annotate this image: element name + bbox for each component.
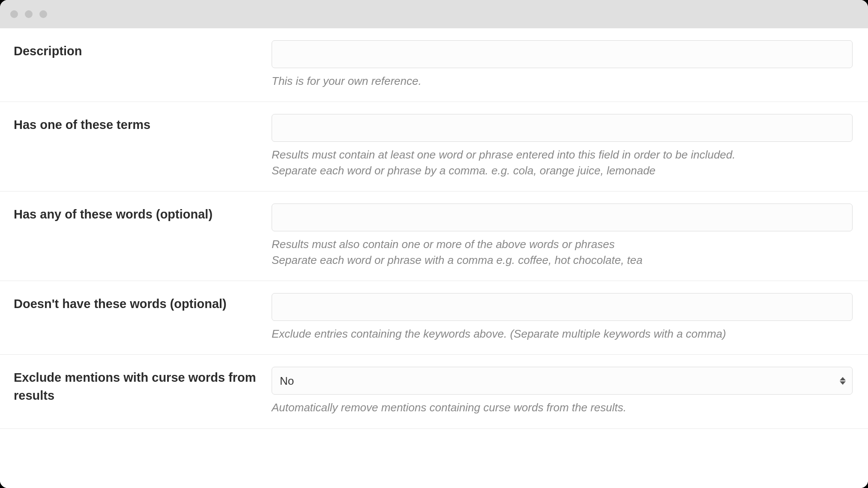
field-col-doesnt-have: Exclude entries containing the keywords …: [272, 293, 854, 341]
label-exclude-curse: Exclude mentions with curse words from r…: [14, 368, 258, 404]
label-col-doesnt-have: Doesn't have these words (optional): [14, 293, 258, 341]
row-exclude-curse: Exclude mentions with curse words from r…: [0, 355, 868, 428]
window-minimize-dot[interactable]: [25, 10, 33, 18]
help-description: This is for your own reference.: [272, 72, 853, 89]
help-has-any-line1: Results must also contain one or more of…: [272, 237, 853, 252]
label-doesnt-have: Doesn't have these words (optional): [14, 295, 258, 313]
help-has-any-line2: Separate each word or phrase with a comm…: [272, 252, 853, 268]
window-maximize-dot[interactable]: [39, 10, 47, 18]
row-doesnt-have: Doesn't have these words (optional) Excl…: [0, 281, 868, 355]
label-description: Description: [14, 42, 258, 60]
app-window: Description This is for your own referen…: [0, 0, 868, 488]
label-col-has-any: Has any of these words (optional): [14, 204, 258, 268]
has-any-input[interactable]: [272, 204, 853, 231]
form-scroll-area[interactable]: Description This is for your own referen…: [0, 28, 868, 488]
description-input[interactable]: [272, 40, 853, 68]
help-has-terms-line1: Results must contain at least one word o…: [272, 147, 853, 162]
doesnt-have-input[interactable]: [272, 293, 853, 321]
field-col-has-terms: Results must contain at least one word o…: [272, 114, 854, 178]
label-col-description: Description: [14, 40, 258, 89]
label-has-any: Has any of these words (optional): [14, 205, 258, 223]
field-col-description: This is for your own reference.: [272, 40, 854, 89]
field-col-has-any: Results must also contain one or more of…: [272, 204, 854, 268]
help-has-any: Results must also contain one or more of…: [272, 236, 853, 268]
row-has-terms: Has one of these terms Results must cont…: [0, 102, 868, 192]
label-col-has-terms: Has one of these terms: [14, 114, 258, 178]
exclude-curse-select-wrap: No: [272, 367, 853, 395]
has-terms-input[interactable]: [272, 114, 853, 142]
exclude-curse-select[interactable]: No: [272, 367, 853, 395]
row-description: Description This is for your own referen…: [0, 28, 868, 102]
scroll-spacer: [0, 429, 868, 488]
field-col-exclude-curse: No Automatically remove mentions contain…: [272, 367, 854, 415]
row-has-any: Has any of these words (optional) Result…: [0, 192, 868, 281]
label-has-terms: Has one of these terms: [14, 116, 258, 134]
help-doesnt-have: Exclude entries containing the keywords …: [272, 325, 853, 341]
help-has-terms-line2: Separate each word or phrase by a comma.…: [272, 163, 853, 178]
window-titlebar: [0, 0, 868, 28]
help-exclude-curse: Automatically remove mentions containing…: [272, 399, 853, 415]
help-has-terms: Results must contain at least one word o…: [272, 146, 853, 178]
label-col-exclude-curse: Exclude mentions with curse words from r…: [14, 367, 258, 415]
window-close-dot[interactable]: [10, 10, 18, 18]
